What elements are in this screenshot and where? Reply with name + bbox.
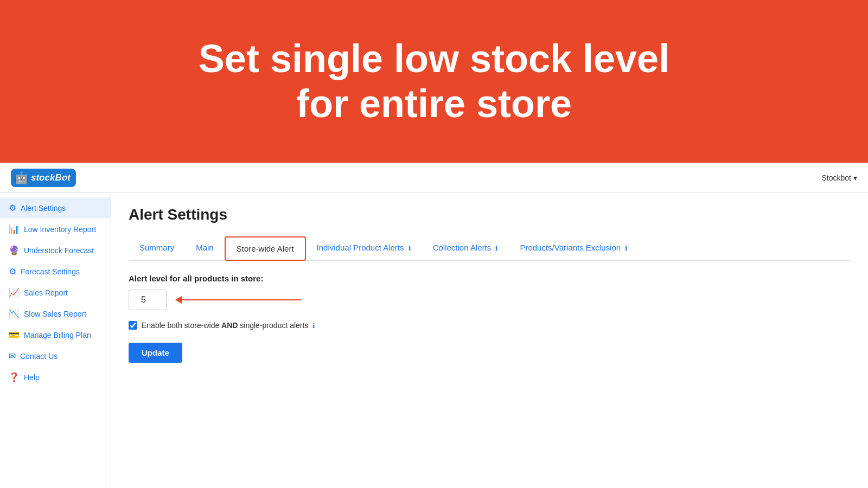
- sidebar: ⚙ Alert Settings 📊 Low Inventory Report …: [0, 193, 111, 488]
- sidebar-label-forecast-settings: Forecast Settings: [21, 267, 80, 276]
- logo-robot-icon: 🤖: [14, 171, 29, 185]
- checkbox-info-icon: ℹ: [312, 322, 315, 330]
- products-variants-exclusion-info-icon: ℹ: [625, 245, 628, 252]
- sidebar-label-alert-settings: Alert Settings: [21, 204, 66, 213]
- update-button[interactable]: Update: [129, 343, 182, 363]
- alert-level-input[interactable]: [129, 290, 167, 310]
- logo-wrapper[interactable]: 🤖 stockBot: [11, 169, 76, 187]
- tab-products-variants-exclusion-label: Products/Variants Exclusion: [520, 243, 621, 252]
- alert-level-row: [129, 290, 851, 310]
- arrow-head-icon: [175, 296, 182, 304]
- tab-products-variants-exclusion[interactable]: Products/Variants Exclusion ℹ: [509, 236, 639, 261]
- collection-alerts-info-icon: ℹ: [495, 245, 498, 252]
- user-label: Stockbot: [822, 174, 851, 182]
- tab-summary-label: Summary: [139, 243, 174, 252]
- mail-icon: ✉: [9, 351, 16, 361]
- sales-chart-icon: 📈: [9, 287, 20, 298]
- tabs-bar: Summary Main Store-wide Alert Individual…: [129, 236, 851, 261]
- tab-collection-alerts-label: Collection Alerts: [433, 243, 492, 252]
- user-chevron-icon: ▾: [853, 174, 857, 182]
- arrow-line: [182, 299, 301, 300]
- logo-area: 🤖 stockBot: [11, 169, 76, 187]
- forecast-icon: 🔮: [9, 245, 20, 255]
- topbar: 🤖 stockBot Stockbot ▾: [0, 163, 868, 193]
- sidebar-item-alert-settings[interactable]: ⚙ Alert Settings: [0, 197, 111, 219]
- sidebar-item-low-inventory-report[interactable]: 📊 Low Inventory Report: [0, 219, 111, 240]
- sidebar-item-forecast-settings[interactable]: ⚙ Forecast Settings: [0, 261, 111, 282]
- logo-label: stockBot: [31, 172, 71, 183]
- help-icon: ❓: [9, 372, 20, 382]
- tab-collection-alerts[interactable]: Collection Alerts ℹ: [422, 236, 509, 261]
- hero-line1: Set single low stock level: [199, 36, 669, 81]
- checkbox-row: Enable both store-wide AND single-produc…: [129, 321, 851, 330]
- individual-product-alerts-info-icon: ℹ: [409, 245, 411, 252]
- sidebar-item-manage-billing-plan[interactable]: 💳 Manage Billing Plan: [0, 324, 111, 345]
- tab-store-wide-alert-label: Store-wide Alert: [237, 244, 294, 253]
- alert-level-label: Alert level for all products in store:: [129, 274, 851, 283]
- sidebar-label-contact-us: Contact Us: [20, 352, 58, 361]
- sidebar-label-low-inventory-report: Low Inventory Report: [24, 225, 96, 234]
- hero-text: Set single low stock level for entire st…: [199, 36, 669, 126]
- sidebar-item-slow-sales-report[interactable]: 📉 Slow Sales Report: [0, 303, 111, 324]
- billing-icon: 💳: [9, 330, 20, 340]
- sidebar-label-understock-forecast: Understock Forecast: [24, 246, 94, 255]
- hero-banner: Set single low stock level for entire st…: [0, 0, 868, 163]
- tab-store-wide-alert[interactable]: Store-wide Alert: [225, 236, 306, 261]
- user-menu[interactable]: Stockbot ▾: [822, 174, 857, 182]
- tab-main[interactable]: Main: [185, 236, 225, 261]
- sidebar-label-help: Help: [24, 373, 40, 382]
- main-content: Alert Settings Summary Main Store-wide A…: [111, 193, 868, 488]
- sidebar-item-help[interactable]: ❓ Help: [0, 367, 111, 388]
- sidebar-item-contact-us[interactable]: ✉ Contact Us: [0, 345, 111, 367]
- gear-icon: ⚙: [9, 203, 16, 213]
- settings-icon: ⚙: [9, 266, 16, 277]
- sidebar-item-understock-forecast[interactable]: 🔮 Understock Forecast: [0, 240, 111, 261]
- content-area: ⚙ Alert Settings 📊 Low Inventory Report …: [0, 193, 868, 488]
- enable-both-alerts-checkbox[interactable]: [129, 321, 137, 330]
- app-shell: 🤖 stockBot Stockbot ▾ ⚙ Alert Settings 📊…: [0, 163, 868, 488]
- arrow-indicator: [175, 296, 301, 304]
- tab-individual-product-alerts[interactable]: Individual Product Alerts ℹ: [306, 236, 422, 261]
- tab-individual-product-alerts-label: Individual Product Alerts: [317, 243, 404, 252]
- sidebar-label-sales-report: Sales Report: [24, 288, 68, 297]
- enable-both-alerts-label: Enable both store-wide AND single-produc…: [142, 321, 315, 330]
- bar-chart-icon: 📊: [9, 224, 20, 234]
- sidebar-item-sales-report[interactable]: 📈 Sales Report: [0, 282, 111, 303]
- slow-sales-icon: 📉: [9, 309, 20, 319]
- sidebar-label-manage-billing-plan: Manage Billing Plan: [24, 331, 91, 339]
- tab-main-label: Main: [196, 243, 214, 252]
- page-title: Alert Settings: [129, 206, 851, 223]
- sidebar-label-slow-sales-report: Slow Sales Report: [24, 310, 86, 318]
- hero-line2: for entire store: [199, 81, 669, 126]
- tab-summary[interactable]: Summary: [129, 236, 185, 261]
